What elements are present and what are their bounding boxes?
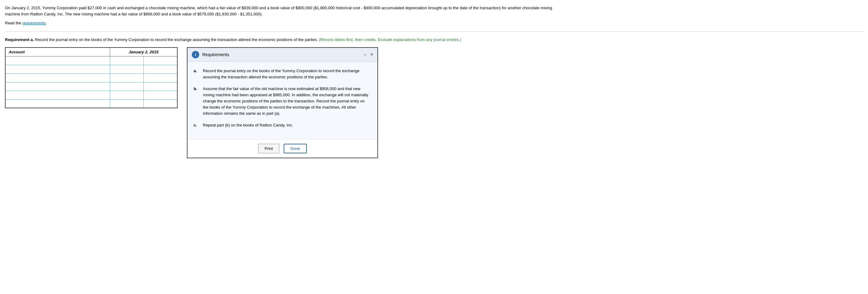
credit-cell[interactable]	[144, 56, 177, 65]
close-button[interactable]: ×	[370, 52, 373, 57]
debit-input[interactable]	[110, 91, 144, 99]
debit-cell[interactable]	[110, 82, 144, 91]
credit-input[interactable]	[144, 56, 177, 65]
popup-title: Requirements	[202, 52, 361, 57]
credit-input[interactable]	[144, 65, 177, 74]
debit-input[interactable]	[110, 74, 144, 82]
debit-cell[interactable]	[110, 91, 144, 99]
print-button[interactable]: Print	[258, 144, 279, 153]
debit-input[interactable]	[110, 100, 144, 108]
account-input[interactable]	[5, 56, 110, 65]
popup-header: i Requirements – ×	[187, 48, 377, 62]
credit-input[interactable]	[144, 91, 177, 99]
account-cell[interactable]	[5, 65, 110, 74]
req-text-a: Record the journal entry on the books of…	[203, 68, 371, 80]
requirements-popup: i Requirements – × a. Record the journal…	[187, 47, 378, 158]
requirement-item-b: b. Assume that the fair value of the old…	[194, 86, 371, 117]
account-input[interactable]	[5, 82, 110, 91]
debit-cell[interactable]	[110, 56, 144, 65]
table-row	[5, 65, 177, 74]
read-label: Read the	[5, 21, 21, 25]
credit-input[interactable]	[144, 100, 177, 108]
popup-body: a. Record the journal entry on the books…	[187, 62, 377, 139]
main-content: Account January 2, 2015	[5, 47, 863, 158]
account-cell[interactable]	[5, 91, 110, 99]
credit-cell[interactable]	[144, 99, 177, 108]
table-header-account: Account	[5, 48, 110, 56]
account-input[interactable]	[5, 100, 110, 108]
info-icon: i	[192, 51, 199, 58]
account-cell[interactable]	[5, 74, 110, 82]
requirement-label: Requirement a. Record the journal entry …	[5, 37, 560, 43]
req-letter-b: b.	[194, 86, 200, 117]
account-input[interactable]	[5, 65, 110, 74]
account-cell[interactable]	[5, 56, 110, 65]
table-header-date: January 2, 2015	[110, 48, 177, 56]
journal-entry-table: Account January 2, 2015	[5, 47, 178, 109]
credit-cell[interactable]	[144, 91, 177, 99]
intro-paragraph: On January 2, 2015, Yummy Corporation pa…	[5, 5, 560, 17]
popup-controls: – ×	[364, 52, 373, 57]
account-input[interactable]	[5, 91, 110, 99]
account-cell[interactable]	[5, 99, 110, 108]
debit-cell[interactable]	[110, 74, 144, 82]
requirement-item-a: a. Record the journal entry on the books…	[194, 68, 371, 80]
req-letter-c: c.	[194, 122, 200, 128]
credit-cell[interactable]	[144, 65, 177, 74]
table-row	[5, 99, 177, 108]
debit-input[interactable]	[110, 65, 144, 74]
popup-footer: Print Done	[187, 139, 377, 158]
credit-input[interactable]	[144, 82, 177, 91]
requirements-link[interactable]: requirements	[22, 21, 45, 25]
requirement-green-note: (Record debits first, then credits. Excl…	[318, 37, 461, 42]
account-cell[interactable]	[5, 82, 110, 91]
table-row	[5, 91, 177, 99]
req-text-c: Repeat part (b) on the books of Railton …	[203, 122, 293, 128]
credit-cell[interactable]	[144, 74, 177, 82]
section-divider	[5, 31, 863, 32]
debit-cell[interactable]	[110, 65, 144, 74]
requirement-item-c: c. Repeat part (b) on the books of Railt…	[194, 122, 371, 128]
req-text-b: Assume that the fair value of the old ma…	[203, 86, 371, 117]
debit-input[interactable]	[110, 82, 144, 91]
credit-cell[interactable]	[144, 82, 177, 91]
credit-input[interactable]	[144, 74, 177, 82]
read-requirements-line: Read the requirements.	[5, 21, 863, 25]
done-button[interactable]: Done	[284, 144, 307, 153]
table-row	[5, 56, 177, 65]
requirement-bold: Requirement a.	[5, 37, 34, 42]
table-row	[5, 74, 177, 82]
requirement-text: Record the journal entry on the books of…	[34, 37, 318, 42]
req-letter-a: a.	[194, 68, 200, 80]
debit-input[interactable]	[110, 56, 144, 65]
debit-cell[interactable]	[110, 99, 144, 108]
minimize-button[interactable]: –	[364, 52, 367, 57]
account-input[interactable]	[5, 74, 110, 82]
table-row	[5, 82, 177, 91]
